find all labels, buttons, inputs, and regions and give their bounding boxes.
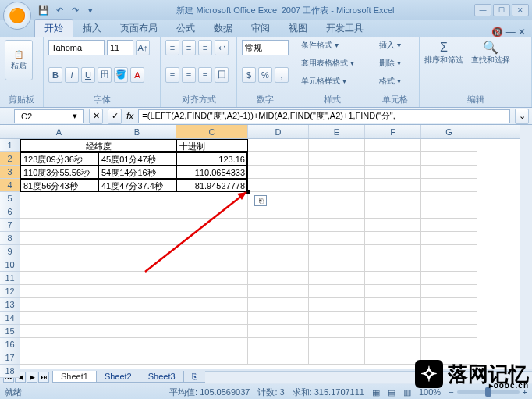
cell[interactable] [309, 245, 365, 258]
cell[interactable] [248, 245, 309, 258]
tab-data[interactable]: 数据 [204, 20, 242, 37]
autofill-options-icon[interactable]: ⎘ [254, 195, 267, 206]
ribbon-help-icon[interactable]: 🔞 — ✕ [485, 27, 532, 37]
cell[interactable] [421, 338, 477, 351]
cell[interactable] [309, 179, 365, 192]
align-right-icon[interactable]: ≡ [198, 67, 212, 83]
save-icon[interactable]: 💾 [37, 4, 50, 16]
cell[interactable] [98, 312, 176, 325]
row-header[interactable]: 16 [0, 338, 20, 351]
merge-button[interactable]: ⼞ [215, 67, 229, 83]
row-header[interactable]: 2 [0, 152, 20, 166]
row-header[interactable]: 12 [0, 285, 20, 298]
col-header-f[interactable]: F [365, 125, 421, 138]
wrap-text-icon[interactable]: ↩ [215, 40, 229, 55]
cell[interactable] [176, 205, 248, 219]
cell[interactable] [421, 192, 477, 205]
format-cells-button[interactable]: 格式 ▾ [376, 76, 414, 87]
cell[interactable] [309, 192, 365, 205]
qat-more-icon[interactable]: ▾ [84, 4, 97, 16]
cell[interactable] [20, 325, 98, 338]
cell[interactable] [365, 285, 421, 298]
cell[interactable] [20, 258, 98, 272]
cell[interactable] [98, 245, 176, 258]
tab-formulas[interactable]: 公式 [167, 20, 204, 37]
grow-font-icon[interactable]: A↑ [136, 40, 150, 55]
cell[interactable] [421, 166, 477, 179]
cell[interactable] [365, 139, 421, 152]
paste-button[interactable]: 📋粘贴 [5, 40, 33, 80]
comma-icon[interactable]: , [275, 67, 289, 83]
cancel-formula-icon[interactable]: ✕ [89, 109, 103, 124]
cell[interactable] [365, 325, 421, 338]
office-button[interactable]: 🟠 [3, 2, 31, 30]
cell[interactable] [248, 285, 309, 298]
col-header-c[interactable]: C [176, 125, 248, 138]
cell[interactable] [20, 232, 98, 245]
cell[interactable] [365, 338, 421, 351]
cell[interactable] [248, 312, 309, 325]
border-button[interactable]: 田 [98, 67, 112, 83]
cell[interactable] [309, 312, 365, 325]
cell[interactable] [176, 258, 248, 272]
align-mid-icon[interactable]: ≡ [182, 40, 196, 55]
cell[interactable]: 110.0654333 [176, 166, 248, 179]
cell[interactable]: 81.94527778 [176, 179, 248, 192]
formula-input[interactable]: =(LEFT(A2,FIND("度",A2)-1))+MID(A2,FIND("… [138, 109, 510, 123]
cell[interactable] [421, 205, 477, 219]
cell[interactable] [309, 258, 365, 272]
cell[interactable] [176, 245, 248, 258]
cell[interactable] [20, 312, 98, 325]
maximize-button[interactable]: ☐ [493, 4, 510, 16]
zoom-out-icon[interactable]: − [449, 387, 453, 397]
font-size-select[interactable] [107, 40, 133, 55]
cell[interactable] [421, 219, 477, 232]
cell[interactable] [365, 205, 421, 219]
cell[interactable] [421, 139, 477, 152]
align-top-icon[interactable]: ≡ [165, 40, 179, 55]
redo-icon[interactable]: ↷ [69, 4, 81, 16]
vertical-scrollbar[interactable] [520, 125, 532, 369]
sort-filter-button[interactable]: 排序和筛选 [424, 55, 463, 66]
cell[interactable] [98, 272, 176, 285]
cell[interactable] [365, 166, 421, 179]
font-color-button[interactable]: A [130, 67, 144, 83]
cell[interactable] [98, 205, 176, 219]
row-header[interactable]: 5 [0, 192, 20, 205]
view-normal-icon[interactable]: ▦ [372, 387, 380, 397]
cell[interactable] [309, 232, 365, 245]
cell[interactable] [365, 219, 421, 232]
cell[interactable] [421, 325, 477, 338]
currency-icon[interactable]: $ [242, 67, 256, 83]
cell[interactable] [309, 139, 365, 152]
row-header[interactable]: 18 [0, 365, 20, 378]
cell[interactable] [176, 192, 248, 205]
cell[interactable] [176, 298, 248, 312]
cell[interactable] [176, 219, 248, 232]
cell[interactable] [98, 192, 176, 205]
expand-formula-icon[interactable]: ⌄ [515, 109, 529, 124]
cell[interactable] [176, 285, 248, 298]
cell[interactable] [248, 179, 309, 192]
percent-icon[interactable]: % [258, 67, 272, 83]
row-header[interactable]: 3 [0, 166, 20, 179]
row-header[interactable]: 9 [0, 245, 20, 258]
cell[interactable] [365, 298, 421, 312]
cell[interactable] [176, 312, 248, 325]
cell[interactable] [309, 325, 365, 338]
table-format-button[interactable]: 套用表格格式 ▾ [298, 58, 366, 69]
align-bot-icon[interactable]: ≡ [198, 40, 212, 55]
cell[interactable] [20, 298, 98, 312]
row-header[interactable]: 15 [0, 325, 20, 338]
cell[interactable] [98, 325, 176, 338]
cell[interactable] [365, 258, 421, 272]
row-header[interactable]: 7 [0, 219, 20, 232]
tab-insert[interactable]: 插入 [73, 20, 111, 37]
cell[interactable] [98, 338, 176, 351]
cell[interactable] [421, 312, 477, 325]
cell[interactable] [309, 298, 365, 312]
tab-developer[interactable]: 开发工具 [317, 20, 373, 37]
cell[interactable] [309, 152, 365, 166]
cell[interactable] [309, 219, 365, 232]
close-button[interactable]: ✕ [512, 4, 529, 16]
